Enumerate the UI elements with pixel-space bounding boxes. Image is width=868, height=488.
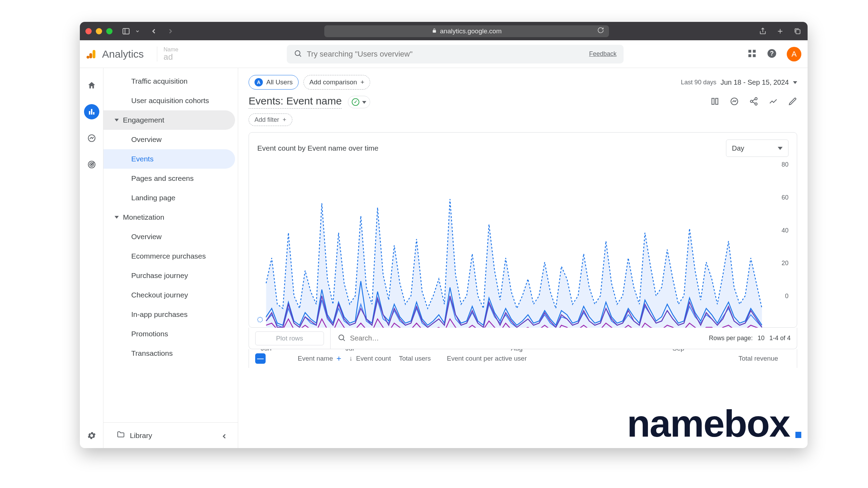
watermark: namebox. [627, 401, 803, 445]
nav-item-overview[interactable]: Overview [103, 130, 235, 149]
date-range-picker[interactable]: Last 90 days Jun 18 - Sep 15, 2024 [681, 78, 797, 86]
insights-icon[interactable] [730, 97, 739, 107]
svg-rect-25 [712, 98, 714, 104]
svg-text:?: ? [770, 50, 774, 57]
card-title: Event count by Event name over time [257, 144, 378, 152]
chevron-down-icon [362, 99, 366, 105]
report-status-pill[interactable]: ✓ [348, 96, 370, 108]
share-icon[interactable] [749, 97, 758, 107]
app-body: Traffic acquisitionUser acquisition coho… [80, 68, 808, 448]
tabs-overview-icon[interactable] [793, 27, 802, 36]
nav-item-promotions[interactable]: Promotions [103, 324, 235, 344]
y-tick: 60 [782, 194, 788, 201]
folder-icon [117, 430, 125, 440]
forward-icon[interactable] [166, 27, 175, 36]
granularity-value: Day [732, 144, 744, 152]
th-event-count-per-user[interactable]: Event count per active user [447, 355, 537, 362]
nav-item-in-app-purchases[interactable]: In-app purchases [103, 305, 235, 324]
analytics-logo-icon [86, 49, 97, 60]
filters-row: A All Users Add comparison + Last 90 day… [238, 68, 808, 92]
help-icon[interactable]: ? [767, 48, 777, 60]
nav-item-checkout-journey[interactable]: Checkout journey [103, 285, 235, 305]
svg-rect-11 [749, 50, 751, 52]
back-icon[interactable] [149, 27, 158, 36]
titlebar-right [758, 27, 802, 36]
sidebar-toggle-icon[interactable] [122, 27, 131, 36]
reload-icon[interactable] [597, 27, 604, 35]
rows-per-page-value[interactable]: 10 [758, 335, 765, 342]
window-zoom-button[interactable] [106, 28, 112, 34]
new-tab-icon[interactable] [776, 27, 785, 36]
svg-point-29 [750, 100, 753, 102]
paging: Rows per page: 10 1-4 of 4 [709, 335, 791, 342]
chevron-down-icon[interactable] [135, 27, 140, 36]
svg-line-31 [752, 99, 755, 101]
rail-admin[interactable] [84, 428, 99, 443]
trend-icon[interactable] [769, 97, 778, 107]
titlebar: analytics.google.com [80, 22, 808, 40]
rail-home[interactable] [84, 78, 99, 93]
window-close-button[interactable] [85, 28, 92, 34]
nav-item-overview[interactable]: Overview [103, 227, 235, 246]
segment-label: All Users [266, 78, 293, 86]
traffic-lights [85, 28, 112, 34]
customize-icon[interactable] [710, 97, 719, 107]
page-range: 1-4 of 4 [769, 335, 791, 342]
library-label: Library [130, 431, 152, 440]
library-link[interactable]: Library [103, 422, 238, 448]
share-icon[interactable] [758, 27, 767, 36]
main-content: A All Users Add comparison + Last 90 day… [238, 68, 808, 448]
svg-rect-26 [716, 98, 718, 104]
apps-icon[interactable] [747, 49, 757, 60]
y-tick: 0 [785, 293, 788, 300]
nav-item-landing-page[interactable]: Landing page [103, 188, 235, 208]
table-search[interactable] [330, 328, 703, 349]
app-header: Analytics Name ad Feedback ? A [80, 40, 808, 68]
table-search-input[interactable] [350, 334, 703, 342]
th-total-revenue[interactable]: Total revenue [738, 355, 791, 362]
property-picker[interactable]: Name ad [157, 47, 178, 62]
url-bar[interactable]: analytics.google.com [324, 25, 609, 37]
svg-rect-17 [89, 111, 90, 115]
svg-point-51 [339, 335, 344, 340]
rail-reports[interactable] [84, 104, 99, 119]
search-input[interactable] [307, 50, 584, 59]
rail-explore[interactable] [84, 131, 99, 146]
add-filter-button[interactable]: Add filter + [249, 113, 292, 126]
check-icon: ✓ [352, 98, 359, 106]
plot-rows-button[interactable]: Plot rows [255, 331, 324, 345]
nav-item-purchase-journey[interactable]: Purchase journey [103, 266, 235, 285]
svg-rect-13 [749, 54, 751, 57]
th-total-users[interactable]: Total users [399, 355, 441, 362]
nav-item-engagement[interactable]: Engagement [103, 110, 235, 130]
url-text: analytics.google.com [440, 27, 501, 35]
granularity-select[interactable]: Day [726, 140, 788, 157]
edit-icon[interactable] [788, 97, 797, 107]
th-event-count[interactable]: ↓ Event count [348, 355, 393, 362]
property-secondary: ad [164, 52, 178, 61]
y-tick: 40 [782, 227, 788, 234]
brand[interactable]: Analytics [86, 48, 144, 60]
rail-advertising[interactable] [84, 157, 99, 172]
segment-all-users[interactable]: A All Users [249, 75, 299, 90]
nav-item-pages-and-screens[interactable]: Pages and screens [103, 169, 235, 188]
add-comparison-label: Add comparison [309, 78, 357, 86]
search-bar[interactable]: Feedback [287, 45, 624, 64]
feedback-link[interactable]: Feedback [589, 50, 617, 58]
avatar[interactable]: A [787, 47, 801, 61]
svg-point-30 [755, 103, 757, 105]
chart-card: Event count by Event name over time Day … [249, 132, 797, 328]
sort-desc-icon: ↓ [349, 355, 353, 362]
svg-point-8 [86, 56, 89, 58]
nav-item-user-acquisition-cohorts[interactable]: User acquisition cohorts [103, 91, 235, 110]
nav-item-monetization[interactable]: Monetization [103, 208, 235, 227]
nav-item-ecommerce-purchases[interactable]: Ecommerce purchases [103, 246, 235, 266]
nav-item-events[interactable]: Events [103, 149, 235, 169]
svg-point-9 [295, 51, 300, 56]
window-minimize-button[interactable] [96, 28, 102, 34]
collapse-sidebar-icon[interactable] [220, 432, 228, 442]
add-comparison-button[interactable]: Add comparison + [303, 75, 370, 90]
nav-item-transactions[interactable]: Transactions [103, 344, 235, 363]
page-title[interactable]: Events: Event name [249, 95, 342, 109]
nav-item-traffic-acquisition[interactable]: Traffic acquisition [103, 71, 235, 91]
